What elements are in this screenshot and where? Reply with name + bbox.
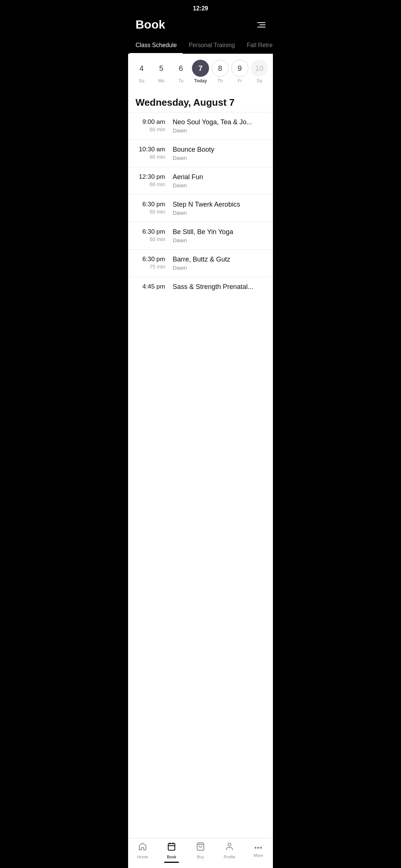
class-time-3: 6:30 pm 60 min xyxy=(136,201,173,215)
class-info-1: Bounce Booty Dawn xyxy=(173,146,265,161)
day-label-10: Sa xyxy=(257,78,262,83)
days-row: 4 Su 5 Mo 6 Tu 7 Today 8 Th 9 Fr 10 xyxy=(132,60,269,83)
class-info-3: Step N Twerk Aerobics Dawn xyxy=(173,201,265,216)
day-label-4: Su xyxy=(139,78,144,83)
nav-item-buy[interactable]: Buy xyxy=(188,842,213,859)
nav-label-home: Home xyxy=(137,855,148,859)
svg-point-5 xyxy=(228,843,231,846)
day-10[interactable]: 10 Sa xyxy=(251,60,268,83)
date-heading: Wednesday, August 7 xyxy=(128,89,273,112)
class-list: 9:00 am 60 min Neo Soul Yoga, Tea & Jo..… xyxy=(128,112,273,328)
class-item-0[interactable]: 9:00 am 60 min Neo Soul Yoga, Tea & Jo..… xyxy=(128,112,273,139)
nav-item-more[interactable]: ••• More xyxy=(245,844,271,858)
day-label-5: Mo xyxy=(158,78,164,83)
day-label-today: Today xyxy=(194,78,207,83)
class-info-6: Sass & Strength Prenatal... xyxy=(173,283,265,292)
class-time-0: 9:00 am 60 min xyxy=(136,118,173,132)
more-icon: ••• xyxy=(254,844,263,852)
day-number-8: 8 xyxy=(212,60,229,77)
day-label-8: Th xyxy=(218,78,223,83)
day-8[interactable]: 8 Th xyxy=(212,60,229,83)
day-5[interactable]: 5 Mo xyxy=(153,60,170,83)
class-item-3[interactable]: 6:30 pm 60 min Step N Twerk Aerobics Daw… xyxy=(128,194,273,222)
nav-label-more: More xyxy=(254,853,263,858)
home-icon xyxy=(138,842,147,853)
day-number-10: 10 xyxy=(251,60,268,77)
header: Book xyxy=(128,14,273,37)
page-title: Book xyxy=(136,18,165,32)
day-4[interactable]: 4 Su xyxy=(133,60,150,83)
tab-personal-training[interactable]: Personal Training xyxy=(183,37,241,54)
class-item-4[interactable]: 6:30 pm 60 min Be Still, Be Yin Yoga Daw… xyxy=(128,222,273,249)
tab-navigation: Class Schedule Personal Training Fall Re… xyxy=(128,37,273,54)
day-9[interactable]: 9 Fr xyxy=(231,60,248,83)
tab-fall-retreat[interactable]: Fall Retre... xyxy=(241,37,273,54)
class-info-0: Neo Soul Yoga, Tea & Jo... Dawn xyxy=(173,118,265,134)
nav-label-profile: Profile xyxy=(224,855,235,859)
bottom-navigation: Home Book Buy xyxy=(128,838,273,868)
nav-item-profile[interactable]: Profile xyxy=(216,842,242,859)
nav-item-book[interactable]: Book xyxy=(159,842,185,859)
profile-icon xyxy=(225,842,234,853)
class-item-2[interactable]: 12:30 pm 60 min Aerial Fun Dawn xyxy=(128,167,273,194)
day-6[interactable]: 6 Tu xyxy=(172,60,189,83)
main-content: Wednesday, August 7 9:00 am 60 min Neo S… xyxy=(128,89,273,854)
filter-line-2 xyxy=(260,24,265,25)
svg-rect-0 xyxy=(168,844,175,850)
tab-class-schedule[interactable]: Class Schedule xyxy=(130,37,183,54)
day-label-9: Fr xyxy=(238,78,242,83)
class-time-1: 10:30 am 60 min xyxy=(136,146,173,160)
status-bar: 12:29 xyxy=(128,0,273,14)
calendar: 4 Su 5 Mo 6 Tu 7 Today 8 Th 9 Fr 10 xyxy=(128,54,273,89)
day-number-7: 7 xyxy=(192,60,209,77)
day-label-6: Tu xyxy=(178,78,183,83)
class-time-6: 4:45 pm xyxy=(136,283,173,291)
class-time-5: 6:30 pm 75 min xyxy=(136,256,173,270)
status-time: 12:29 xyxy=(193,5,208,12)
class-item-6[interactable]: 4:45 pm Sass & Strength Prenatal... xyxy=(128,277,273,298)
class-info-2: Aerial Fun Dawn xyxy=(173,173,265,188)
day-7[interactable]: 7 Today xyxy=(192,60,209,83)
day-number-6: 6 xyxy=(172,60,189,77)
book-icon xyxy=(167,842,176,853)
filter-line-1 xyxy=(257,22,265,23)
class-time-4: 6:30 pm 60 min xyxy=(136,228,173,242)
class-info-5: Barre, Buttz & Gutz Dawn xyxy=(173,256,265,271)
class-info-4: Be Still, Be Yin Yoga Dawn xyxy=(173,228,265,243)
nav-item-home[interactable]: Home xyxy=(130,842,156,859)
buy-icon xyxy=(196,842,205,853)
filter-button[interactable] xyxy=(257,22,265,27)
class-item-5[interactable]: 6:30 pm 75 min Barre, Buttz & Gutz Dawn xyxy=(128,249,273,277)
nav-label-book: Book xyxy=(167,855,176,859)
day-number-4: 4 xyxy=(133,60,150,77)
day-number-9: 9 xyxy=(231,60,248,77)
class-time-2: 12:30 pm 60 min xyxy=(136,173,173,187)
day-number-5: 5 xyxy=(153,60,170,77)
filter-line-3 xyxy=(257,27,265,27)
class-item-1[interactable]: 10:30 am 60 min Bounce Booty Dawn xyxy=(128,139,273,167)
nav-label-buy: Buy xyxy=(197,855,204,859)
